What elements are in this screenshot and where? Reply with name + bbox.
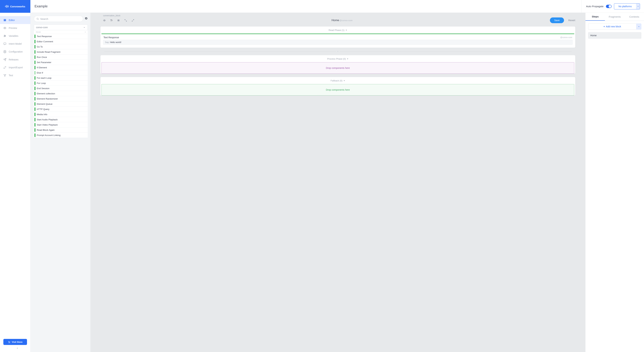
process-dropzone[interactable]: Drop components here bbox=[102, 62, 574, 74]
component-label: HTTP Query bbox=[37, 108, 50, 110]
nav-item-variables[interactable]: Variables bbox=[0, 32, 30, 40]
component-label: Element Randomizer bbox=[37, 98, 58, 100]
palette-settings-button[interactable] bbox=[85, 17, 88, 21]
component-stripe bbox=[34, 123, 36, 127]
component-else-if[interactable]: Else If bbox=[34, 70, 88, 75]
svg-point-13 bbox=[5, 74, 6, 75]
component-for-each-loop[interactable]: For-each Loop bbox=[34, 75, 88, 81]
svg-rect-2 bbox=[4, 21, 6, 21]
visit-store-button[interactable]: Visit Store bbox=[3, 339, 27, 345]
visit-store-label: Visit Store bbox=[12, 341, 22, 343]
component-element-randomizer[interactable]: Element Randomizer bbox=[34, 96, 88, 101]
step-item-home[interactable]: Home bbox=[588, 32, 641, 39]
svg-point-14 bbox=[5, 76, 5, 76]
collapse-button[interactable] bbox=[124, 19, 127, 22]
component-prompt-account-linking[interactable]: Prompt Account Linking bbox=[34, 133, 88, 138]
inspector-tabs: StepsFragmentsContexts bbox=[586, 13, 644, 21]
nav-label: Variables bbox=[9, 35, 18, 37]
svg-rect-1 bbox=[4, 20, 6, 20]
svg-point-12 bbox=[4, 74, 4, 75]
add-block-dropdown[interactable] bbox=[636, 24, 641, 30]
svg-point-3 bbox=[4, 28, 5, 28]
fallback-phase-header[interactable]: Fallback (0) ▼ bbox=[100, 77, 575, 84]
package-select[interactable]: convo-core bbox=[34, 25, 88, 30]
nav-label: Import/Export bbox=[9, 66, 23, 69]
chevron-down-icon bbox=[83, 26, 86, 29]
component-stripe bbox=[34, 92, 36, 95]
component-search[interactable] bbox=[34, 16, 83, 22]
fallback-dropzone[interactable]: Drop components here bbox=[102, 84, 574, 96]
component-start-audio-playback[interactable]: Start Audio Playback bbox=[34, 117, 88, 122]
nav-item-intent-model[interactable]: Intent Model bbox=[0, 40, 30, 48]
component-http-query[interactable]: HTTP Query bbox=[34, 107, 88, 112]
platforms-dropdown-label: No platforms bbox=[614, 5, 636, 8]
nav-item-import-export[interactable]: Import/Export bbox=[0, 64, 30, 71]
brand-logo[interactable]: Convoworks bbox=[0, 0, 30, 13]
revert-button[interactable]: Revert bbox=[568, 19, 575, 22]
component-list: Text ResponseEditor CommentGo ToInclude … bbox=[34, 34, 88, 352]
chevron-down-icon: ▼ bbox=[346, 29, 347, 31]
nav-item-test[interactable]: Test bbox=[0, 71, 30, 79]
component-stripe bbox=[34, 87, 36, 90]
component-element-queue[interactable]: Element Queue bbox=[34, 101, 88, 107]
platforms-dropdown[interactable]: No platforms bbox=[614, 3, 640, 10]
logo-waveform-icon bbox=[5, 5, 9, 8]
tab-fragments[interactable]: Fragments bbox=[605, 13, 624, 21]
svg-rect-21 bbox=[118, 20, 120, 21]
svg-point-7 bbox=[4, 35, 5, 36]
nav-label: Test bbox=[9, 74, 13, 77]
component-label: Set Parameter bbox=[37, 61, 51, 64]
component-element-collection[interactable]: Element collection bbox=[34, 91, 88, 96]
component-include-read-fragment[interactable]: Include Read Fragment bbox=[34, 49, 88, 55]
component-label: Text Response bbox=[37, 35, 52, 38]
graph-icon bbox=[3, 74, 6, 77]
nav-item-editor[interactable]: Editor bbox=[0, 16, 30, 24]
auto-propagate-toggle[interactable] bbox=[606, 5, 612, 8]
read-phase-header[interactable]: Read Phase (1) ▼ bbox=[100, 27, 575, 34]
rename-button[interactable]: TI bbox=[110, 19, 112, 22]
add-block-button[interactable]: + Add new block bbox=[588, 24, 636, 30]
component-stripe bbox=[34, 76, 36, 80]
component-set-parameter[interactable]: Set Parameter bbox=[34, 60, 88, 65]
send-icon bbox=[3, 58, 6, 61]
nav-item-releases[interactable]: Releases bbox=[0, 56, 30, 64]
process-phase-header[interactable]: Process Phase (0) ▼ bbox=[100, 55, 575, 62]
component-label: Start Audio Playback bbox=[37, 118, 58, 121]
tab-contexts[interactable]: Contexts bbox=[624, 13, 644, 21]
component-run-once[interactable]: Run Once bbox=[34, 55, 88, 60]
nav-item-configuration[interactable]: Configuration bbox=[0, 48, 30, 56]
component-editor-comment[interactable]: Editor Comment bbox=[34, 39, 88, 44]
component-stripe bbox=[34, 128, 36, 132]
rows-icon bbox=[117, 19, 120, 22]
sidebar-collapse-button[interactable] bbox=[0, 346, 30, 352]
component-group-label: READ▾ bbox=[34, 30, 88, 34]
component-stripe bbox=[34, 102, 36, 106]
component-stripe bbox=[34, 81, 36, 85]
nav-item-preview[interactable]: Preview bbox=[0, 24, 30, 32]
nav-label: Releases bbox=[9, 58, 18, 61]
expand-button[interactable] bbox=[132, 19, 134, 22]
component-label: Media Info bbox=[37, 113, 47, 116]
component-if-element[interactable]: If Element bbox=[34, 65, 88, 70]
component-label: Include Read Fragment bbox=[37, 51, 60, 53]
component-label: If Element bbox=[37, 66, 47, 69]
nav-label: Intent Model bbox=[9, 43, 22, 45]
component-start-video-playback[interactable]: Start Video Playback bbox=[34, 122, 88, 127]
layout-button[interactable] bbox=[117, 19, 120, 22]
component-label: Go To bbox=[37, 46, 43, 48]
component-stripe bbox=[34, 55, 36, 59]
component-text-response[interactable]: Text Response bbox=[34, 34, 88, 39]
cart-icon bbox=[8, 341, 10, 343]
component-go-to[interactable]: Go To bbox=[34, 44, 88, 49]
component-read-block-again[interactable]: Read Block Again bbox=[34, 127, 88, 133]
component-end-session[interactable]: End Session bbox=[34, 86, 88, 91]
preview-toggle-button[interactable] bbox=[103, 19, 106, 22]
component-search-input[interactable] bbox=[40, 18, 80, 20]
component-media-info[interactable]: Media Info bbox=[34, 112, 88, 117]
svg-rect-10 bbox=[4, 43, 6, 45]
tab-steps[interactable]: Steps bbox=[586, 13, 605, 21]
component-for-loop[interactable]: For Loop bbox=[34, 81, 88, 86]
save-button[interactable]: Save bbox=[550, 18, 564, 23]
text-response-component[interactable]: Text Response @convo-core Say: Hello wor… bbox=[102, 34, 574, 46]
chevron-left-icon bbox=[16, 347, 18, 349]
